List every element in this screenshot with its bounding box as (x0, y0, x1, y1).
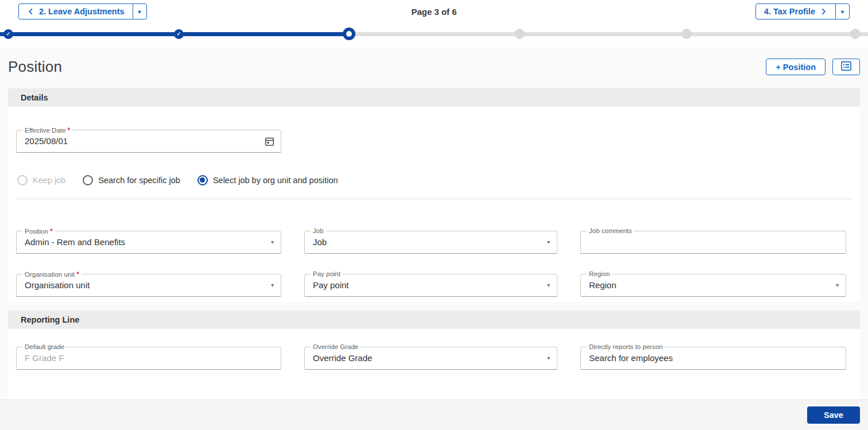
default-grade-field: Default grade F Grade F (16, 347, 281, 370)
chevron-down-icon[interactable]: ▾ (271, 239, 274, 245)
section-divider (16, 199, 852, 199)
footer-bar: Save (0, 400, 868, 430)
job-select[interactable]: Job Job ▾ (304, 231, 557, 254)
radio-circle-icon (83, 175, 93, 185)
override-grade-value: Override Grade (313, 353, 537, 363)
stepper-track (0, 32, 868, 36)
effective-date-label: Effective Date * (22, 126, 72, 134)
effective-date-row: Effective Date * 2025/08/01 (16, 107, 852, 153)
prev-step-button[interactable]: 2. Leave Adjustments (18, 3, 133, 20)
next-step-label: 4. Tax Profile (764, 7, 815, 16)
chevron-left-icon (27, 7, 35, 16)
default-grade-value: F Grade F (25, 353, 261, 363)
region-select[interactable]: Region Region ▾ (580, 274, 846, 297)
organisation-unit-select[interactable]: Organisation unit * Organisation unit ▾ (16, 274, 281, 297)
progress-stepper: ✓ ✓ (0, 24, 868, 47)
job-comments-input[interactable]: Job comments (580, 231, 846, 254)
step-1-completed-dot: ✓ (3, 29, 13, 39)
step-4-dot (514, 29, 525, 39)
position-value: Admin - Rem and Benefits (25, 237, 261, 247)
job-mode-radio-group: Keep job Search for specific job Select … (16, 175, 852, 186)
required-asterisk: * (76, 270, 79, 278)
job-label: Job (311, 227, 326, 234)
pay-point-value: Pay point (313, 280, 537, 290)
radio-keep-job-label: Keep job (33, 176, 65, 185)
calendar-icon[interactable] (264, 136, 275, 149)
region-value: Region (589, 280, 826, 290)
organisation-unit-value: Organisation unit (25, 280, 261, 290)
prev-step-dropdown-button[interactable]: ▾ (133, 3, 147, 20)
chevron-down-icon[interactable]: ▾ (547, 282, 550, 288)
prev-step-label: 2. Leave Adjustments (39, 7, 125, 16)
chevron-right-icon (819, 7, 827, 16)
reporting-line-section-body: Default grade F Grade F Override Grade O… (8, 329, 860, 400)
step-2-completed-dot: ✓ (174, 29, 184, 39)
directly-reports-to-person-value: Search for employees (589, 353, 826, 363)
details-fields-grid: Position * Admin - Rem and Benefits ▾ Jo… (16, 231, 852, 302)
effective-date-field[interactable]: Effective Date * 2025/08/01 (16, 130, 281, 153)
step-3-active-dot (343, 28, 355, 40)
step-5-dot (681, 29, 692, 39)
job-value: Job (313, 237, 537, 247)
next-step-split-button: 4. Tax Profile ▾ (755, 3, 850, 20)
override-grade-label: Override Grade (311, 343, 361, 350)
next-step-dropdown-button[interactable]: ▾ (835, 3, 850, 20)
position-list-button[interactable] (832, 59, 860, 75)
prev-step-split-button: 2. Leave Adjustments ▾ (18, 3, 147, 20)
position-select[interactable]: Position * Admin - Rem and Benefits ▾ (16, 231, 281, 254)
position-label: Position (25, 228, 48, 235)
override-grade-select[interactable]: Override Grade Override Grade ▾ (304, 347, 557, 370)
page-title: Position (8, 58, 62, 76)
wizard-page: 2. Leave Adjustments ▾ Page 3 of 6 4. Ta… (0, 0, 868, 430)
wizard-nav-bar: 2. Leave Adjustments ▾ Page 3 of 6 4. Ta… (0, 0, 868, 24)
reporting-line-fields-grid: Default grade F Grade F Override Grade O… (16, 347, 852, 370)
list-alt-icon (840, 61, 852, 73)
chevron-down-icon[interactable]: ▾ (547, 355, 550, 361)
pay-point-label: Pay point (311, 270, 343, 277)
chevron-down-icon[interactable]: ▾ (836, 282, 839, 288)
organisation-unit-label: Organisation unit (25, 271, 75, 278)
job-comments-label: Job comments (587, 227, 634, 234)
directly-reports-to-person-input[interactable]: Directly reports to person Search for em… (580, 347, 846, 370)
radio-keep-job: Keep job (17, 175, 65, 185)
radio-select-job-by-org-unit[interactable]: Select job by org unit and position (197, 175, 338, 185)
caret-down-icon: ▾ (841, 9, 844, 15)
caret-down-icon: ▾ (138, 9, 141, 15)
save-button[interactable]: Save (807, 406, 860, 424)
required-asterisk: * (68, 126, 71, 134)
default-grade-label: Default grade (22, 343, 67, 350)
main-content: Position + Position (0, 47, 868, 400)
region-label: Region (587, 270, 612, 277)
radio-search-specific-job[interactable]: Search for specific job (83, 175, 180, 185)
required-asterisk: * (50, 227, 53, 235)
step-6-dot (850, 29, 861, 39)
pay-point-select[interactable]: Pay point Pay point ▾ (304, 274, 557, 297)
directly-reports-to-person-label: Directly reports to person (587, 343, 665, 350)
reporting-line-section-header: Reporting Line (8, 311, 860, 329)
check-icon: ✓ (177, 31, 181, 37)
radio-search-specific-job-label: Search for specific job (98, 176, 180, 185)
radio-select-job-by-org-unit-label: Select job by org unit and position (213, 176, 338, 185)
radio-circle-icon (197, 175, 208, 185)
add-position-button[interactable]: + Position (766, 59, 826, 75)
details-section-header: Details (8, 88, 860, 107)
radio-circle-icon (17, 175, 28, 185)
effective-date-value: 2025/08/01 (25, 136, 261, 146)
details-section-body: Effective Date * 2025/08/01 (8, 107, 860, 302)
title-actions: + Position (766, 59, 860, 75)
check-icon: ✓ (6, 31, 11, 37)
reporting-line-section: Reporting Line Default grade F Grade F O… (8, 311, 860, 400)
active-dot-core (346, 31, 352, 37)
details-section: Details Effective Date * 2025/08/01 (8, 88, 860, 302)
next-step-button[interactable]: 4. Tax Profile (755, 3, 836, 20)
chevron-down-icon[interactable]: ▾ (271, 282, 274, 288)
chevron-down-icon[interactable]: ▾ (547, 239, 550, 245)
title-row: Position + Position (8, 55, 860, 79)
